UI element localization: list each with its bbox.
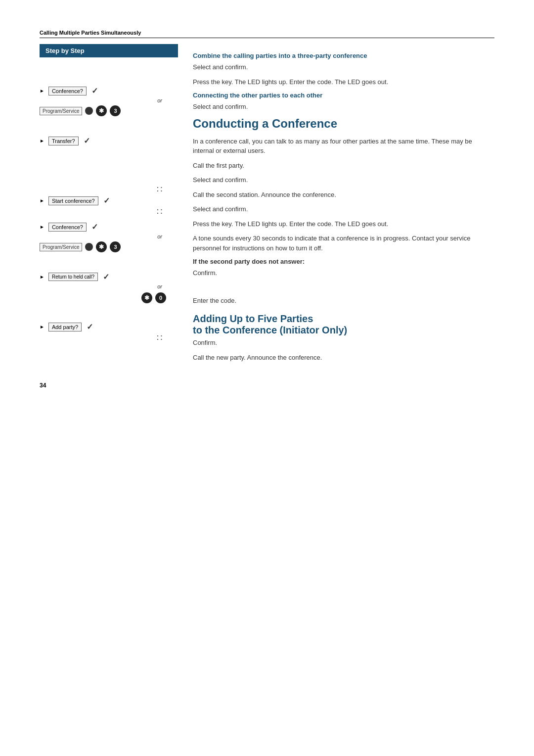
text-call-new-party: Call the new party. Announce the confere…	[193, 353, 494, 363]
check-mark-4: ✓	[91, 222, 98, 232]
text-call-second: Call the second station. Announce the co…	[193, 190, 494, 200]
num-badge-3-2: 3	[110, 241, 121, 252]
text-confirm-1: Confirm.	[193, 268, 494, 278]
program-service-row-1: Program/Service ✱ 3	[40, 105, 178, 116]
star-badge-3: ✱	[141, 292, 152, 303]
star-badge-1: ✱	[96, 105, 107, 116]
grid-icon-2: ∷	[157, 207, 162, 216]
start-conference-button[interactable]: Start conference?	[48, 196, 98, 205]
connecting-heading: Connecting the other parties to each oth…	[193, 92, 494, 99]
left-column: Step by Step ► Conference? ✓ or Program/…	[40, 44, 178, 367]
num-badge-3-1: 3	[110, 105, 121, 116]
circle-dot-1	[85, 107, 93, 115]
arrow-icon-2: ►	[40, 138, 44, 143]
check-mark-6: ✓	[87, 322, 93, 331]
ps-button-1[interactable]: Program/Service	[40, 107, 82, 115]
text-confirm-2: Confirm.	[193, 338, 494, 348]
circle-dot-2	[85, 243, 93, 251]
conference-button-2[interactable]: Conference?	[48, 223, 87, 232]
text-press-key-1: Press the key. The LED lights up. Enter …	[193, 77, 494, 87]
step-by-step-header: Step by Step	[40, 44, 178, 57]
text-select-confirm-3: Select and confirm.	[193, 175, 494, 185]
grid-icon-3: ∷	[157, 333, 162, 342]
grid-icon-1: ∷	[157, 185, 162, 194]
zero-badge: 0	[155, 292, 166, 303]
text-enter-code: Enter the code.	[193, 296, 494, 306]
or-label-1: or	[40, 97, 178, 103]
text-select-confirm-4: Select and confirm.	[193, 204, 494, 214]
program-service-row-2: Program/Service ✱ 3	[40, 241, 178, 252]
text-call-first: Call the first party.	[193, 161, 494, 171]
arrow-icon-1: ►	[40, 88, 44, 94]
text-tone: A tone sounds every 30 seconds to indica…	[193, 234, 494, 253]
conducting-conference-heading: Conducting a Conference	[193, 117, 494, 131]
text-press-key-2: Press the key. The LED lights up. Enter …	[193, 219, 494, 229]
check-mark-2: ✓	[84, 136, 90, 145]
conference-button-1[interactable]: Conference?	[48, 87, 87, 95]
star-badge-2: ✱	[96, 241, 107, 252]
right-column: Combine the calling parties into a three…	[178, 44, 494, 367]
arrow-icon-5: ►	[40, 274, 44, 280]
adding-up-heading: Adding Up to Five Parties to the Confere…	[193, 313, 494, 336]
page-section-title: Calling Multiple Parties Simultaneously	[40, 30, 494, 38]
return-held-button[interactable]: Return to held call?	[48, 273, 98, 281]
check-mark-3: ✓	[103, 196, 110, 205]
check-mark-1: ✓	[91, 86, 98, 95]
or-label-3: or	[40, 284, 178, 289]
or-label-2: or	[40, 234, 178, 239]
arrow-icon-4: ►	[40, 224, 44, 230]
check-mark-5: ✓	[103, 272, 109, 282]
ps-button-2[interactable]: Program/Service	[40, 243, 82, 251]
arrow-icon-6: ►	[40, 324, 44, 330]
if-second-party-heading: If the second party does not answer:	[193, 258, 494, 265]
text-select-confirm-1: Select and confirm.	[193, 62, 494, 72]
three-party-heading: Combine the calling parties into a three…	[193, 52, 494, 59]
add-party-button[interactable]: Add party?	[48, 323, 82, 331]
transfer-button[interactable]: Transfer?	[48, 137, 79, 145]
arrow-icon-3: ►	[40, 198, 44, 203]
page-number: 34	[40, 382, 494, 389]
text-select-confirm-2: Select and confirm.	[193, 102, 494, 112]
conducting-intro-text: In a conference call, you can talk to as…	[193, 137, 494, 156]
